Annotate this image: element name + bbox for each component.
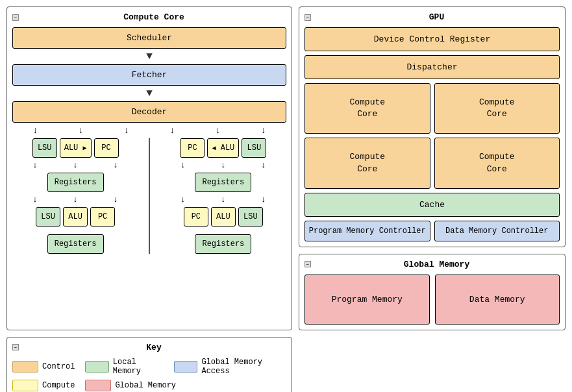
- gm-title-bar: − Global Memory: [305, 260, 560, 269]
- program-memory: Program Memory: [305, 275, 430, 325]
- gpu-inner: Device Control Register Dispatcher Compu…: [305, 27, 560, 241]
- global-access-label: Global Memory Access: [201, 358, 286, 376]
- gpu-minimize-icon[interactable]: −: [305, 14, 311, 21]
- key-row-2: Compute Global Memory: [12, 380, 286, 391]
- key-minimize-icon[interactable]: −: [12, 344, 19, 350]
- data-memory-controller: Data Memory Controller: [434, 221, 560, 241]
- cc-minimize-icon[interactable]: −: [12, 14, 19, 21]
- gm-inner: Program Memory Data Memory: [305, 275, 560, 325]
- compute-core-3: ComputeCore: [305, 138, 430, 188]
- registers-1: Registers: [47, 173, 104, 192]
- right-top-row: PC ◀ ALU LSU: [180, 138, 266, 158]
- cc-inner: Scheduler ▼ Fetcher ▼ Decoder ↓ ↓ ↓ ↓ ↓ …: [12, 27, 286, 254]
- compute-core-4: ComputeCore: [434, 138, 560, 188]
- pc-3: PC: [90, 207, 115, 227]
- main-layout: − GPU Device Control Register Dispatcher…: [6, 6, 566, 392]
- key-compute: Compute: [12, 380, 75, 391]
- pc-4: PC: [184, 207, 208, 227]
- key-control: Control: [12, 361, 75, 373]
- col-divider: [149, 138, 150, 254]
- cc-title: Compute Core: [21, 12, 286, 22]
- cc-left-col: LSU ALU ▶ PC ↓ ↓ ↓ Registers ↓: [12, 138, 138, 254]
- alu-3: ALU: [63, 207, 88, 227]
- left-bot-arrows: ↓ ↓ ↓: [12, 195, 138, 204]
- fetcher-block: Fetcher: [12, 64, 286, 86]
- global-memory-swatch: [85, 380, 111, 391]
- key-global-access: Global Memory Access: [174, 358, 286, 376]
- alu-2: ◀ ALU: [207, 138, 239, 158]
- gm-minimize-icon[interactable]: −: [305, 261, 311, 267]
- global-access-swatch: [174, 361, 197, 373]
- control-label: Control: [42, 362, 75, 371]
- registers-2: Registers: [195, 173, 251, 192]
- key-title: Key: [21, 343, 286, 352]
- gm-title: Global Memory: [314, 260, 560, 269]
- cc-columns: LSU ALU ▶ PC ↓ ↓ ↓ Registers ↓: [12, 138, 286, 254]
- cores-grid: ComputeCore ComputeCore ComputeCore Comp…: [305, 83, 560, 189]
- right-bot-arrows: ↓ ↓ ↓: [160, 195, 286, 204]
- compute-core-box: − Compute Core Scheduler ▼ Fetcher ▼ Dec…: [6, 6, 292, 330]
- registers-4: Registers: [195, 234, 251, 254]
- cache: Cache: [305, 193, 560, 217]
- left-bot-row: LSU ALU PC: [36, 207, 115, 227]
- key-row-1: Control Local Memory Global Memory Acces…: [12, 358, 286, 376]
- mem-controllers: Program Memory Controller Data Memory Co…: [305, 221, 560, 241]
- cc-title-bar: − Compute Core: [12, 12, 286, 22]
- cc-right-col: PC ◀ ALU LSU ↓ ↓ ↓ Registers ↓: [160, 138, 286, 254]
- registers-3: Registers: [47, 234, 104, 254]
- key-local-memory: Local Memory: [85, 358, 164, 376]
- arrow-fetch-decode: ▼: [146, 88, 153, 99]
- key-inner: Control Local Memory Global Memory Acces…: [12, 358, 286, 391]
- program-memory-controller: Program Memory Controller: [305, 221, 430, 241]
- lsu-1: LSU: [32, 138, 57, 158]
- gpu-box: − GPU Device Control Register Dispatcher…: [299, 6, 566, 247]
- decoder-block: Decoder: [12, 101, 286, 123]
- pc-1: PC: [94, 138, 119, 158]
- gpu-title: GPU: [314, 12, 560, 22]
- pc-2: PC: [180, 138, 205, 158]
- alu-1: ALU ▶: [60, 138, 92, 158]
- key-box: − Key Control Local Memory Global Memory…: [6, 337, 292, 392]
- compute-core-1: ComputeCore: [305, 83, 430, 134]
- lsu-2: LSU: [242, 138, 266, 158]
- lsu-3: LSU: [36, 207, 60, 227]
- alu-4: ALU: [211, 207, 236, 227]
- right-mid-arrows: ↓ ↓ ↓: [160, 160, 286, 170]
- lsu-4: LSU: [238, 207, 263, 227]
- scheduler-block: Scheduler: [12, 27, 286, 49]
- compute-core-2: ComputeCore: [434, 83, 560, 134]
- right-bot-row: PC ALU LSU: [184, 207, 263, 227]
- compute-swatch: [12, 380, 38, 391]
- global-memory-box: − Global Memory Program Memory Data Memo…: [299, 254, 566, 330]
- key-title-bar: − Key: [12, 343, 286, 352]
- global-memory-label: Global Memory: [115, 381, 176, 390]
- dispatcher: Dispatcher: [305, 55, 560, 79]
- device-control-register: Device Control Register: [305, 27, 560, 51]
- data-memory: Data Memory: [435, 275, 560, 325]
- key-global-memory: Global Memory: [85, 380, 176, 391]
- local-memory-swatch: [85, 361, 108, 373]
- compute-label: Compute: [42, 381, 75, 390]
- local-memory-label: Local Memory: [113, 358, 164, 376]
- left-top-row: LSU ALU ▶ PC: [32, 138, 119, 158]
- control-swatch: [12, 361, 38, 373]
- arrow-sched-fetch: ▼: [146, 51, 153, 62]
- left-mid-arrows: ↓ ↓ ↓: [12, 160, 138, 170]
- gpu-title-bar: − GPU: [305, 12, 560, 22]
- decoder-arrows: ↓ ↓ ↓ ↓ ↓ ↓: [12, 125, 286, 136]
